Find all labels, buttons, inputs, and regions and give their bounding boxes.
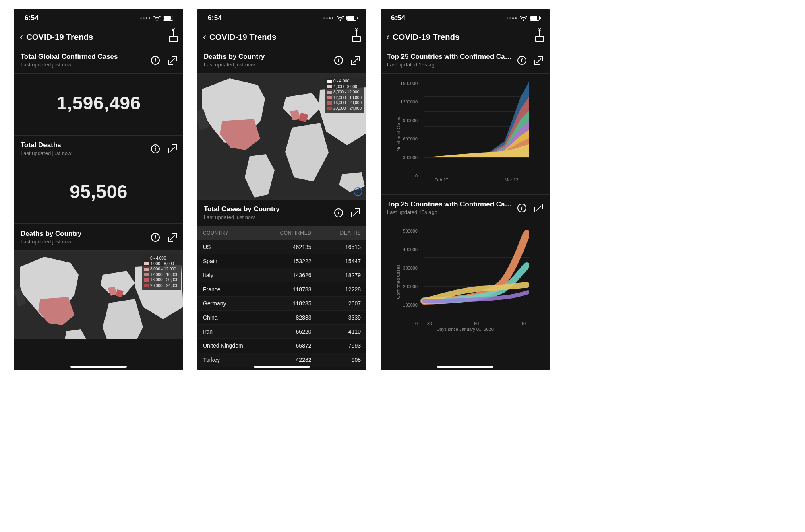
cell-confirmed: 118235	[262, 300, 312, 307]
card-title: Top 25 Countries with Confirmed Ca…	[387, 53, 513, 61]
nav-header: ‹ COVID-19 Trends	[14, 27, 183, 47]
info-icon[interactable]: i	[151, 144, 160, 153]
cell-confirmed: 42282	[262, 357, 312, 363]
cell-country: US	[203, 244, 262, 250]
axis-tick: 90	[521, 321, 526, 326]
phone-screen-3: 6:54 ‹ COVID-19 Trends Top 25 Countries …	[381, 9, 550, 370]
back-icon[interactable]: ‹	[20, 32, 23, 42]
table-row[interactable]: France 118783 12228	[197, 282, 366, 297]
expand-icon[interactable]	[168, 144, 177, 153]
axis-tick: 0	[415, 321, 418, 326]
table-row[interactable]: US 462135 16513	[197, 240, 366, 254]
expand-icon[interactable]	[351, 208, 360, 217]
metric-deaths-value: 95,506	[14, 162, 183, 224]
expand-icon[interactable]	[351, 56, 360, 65]
card-header-deaths-by-country: Deaths by Country Last updated just now …	[197, 47, 366, 74]
card-header-top25-a: Top 25 Countries with Confirmed Ca… Last…	[381, 47, 550, 74]
cell-confirmed: 462135	[262, 244, 312, 250]
card-subtitle: Last updated just now	[204, 214, 330, 220]
cell-deaths: 3339	[312, 314, 361, 321]
axis-tick: 60	[474, 321, 479, 326]
card-title: Deaths by Country	[204, 53, 330, 61]
nav-header: ‹ COVID-19 Trends	[197, 27, 366, 47]
table-row[interactable]: Spain 153222 15447	[197, 254, 366, 268]
card-title: Deaths by Country	[21, 230, 147, 238]
battery-icon	[530, 16, 541, 21]
share-button[interactable]	[169, 32, 178, 42]
axis-tick: 0	[415, 173, 418, 178]
cell-confirmed: 82883	[262, 314, 312, 321]
back-icon[interactable]: ‹	[386, 32, 389, 42]
status-time: 6:54	[208, 14, 222, 22]
table-row[interactable]: United Kingdom 65872 7993	[197, 339, 366, 353]
cell-deaths: 2607	[312, 300, 361, 307]
card-header-top25-b: Top 25 Countries with Confirmed Ca… Last…	[381, 194, 550, 221]
cellular-icon	[507, 17, 517, 19]
map-deaths-by-country[interactable]: 0 - 4,000 4,000 - 8,000 8,000 - 12,000 1…	[14, 251, 183, 339]
table-row[interactable]: China 82883 3339	[197, 311, 366, 325]
cell-deaths: 4110	[312, 328, 361, 335]
wifi-icon	[337, 16, 344, 21]
expand-icon[interactable]	[168, 233, 177, 242]
axis-tick: 1500000	[400, 81, 418, 86]
battery-icon	[346, 16, 358, 21]
cell-country: Turkey	[203, 357, 262, 363]
axis-tick: Feb 17	[435, 177, 448, 182]
phone-screen-1: 6:54 ‹ COVID-19 Trends Total Global Conf…	[14, 9, 183, 370]
card-subtitle: Last updated just now	[21, 239, 147, 245]
status-bar: 6:54	[197, 9, 366, 27]
info-icon[interactable]: i	[517, 56, 526, 65]
share-button[interactable]	[535, 32, 544, 42]
map-info-icon[interactable]: i	[354, 187, 362, 196]
axis-tick: 500000	[403, 229, 418, 233]
info-icon[interactable]: i	[334, 208, 343, 217]
card-subtitle: Last updated 15s ago	[387, 62, 513, 68]
expand-icon[interactable]	[168, 56, 177, 65]
back-icon[interactable]: ‹	[203, 32, 206, 42]
card-title: Total Global Confirmed Cases	[21, 53, 147, 61]
cell-deaths: 7993	[312, 342, 361, 349]
home-indicator[interactable]	[254, 366, 310, 368]
chart-top25-stacked[interactable]: Number of Cases 150000012000009000006000…	[381, 74, 550, 194]
info-icon[interactable]: i	[334, 56, 343, 65]
cell-country: United Kingdom	[203, 342, 262, 349]
cell-country: China	[203, 314, 262, 321]
chart-top25-lines[interactable]: Confirmed Cases 500000400000300000200000…	[381, 221, 550, 342]
info-icon[interactable]: i	[151, 233, 160, 242]
table-row[interactable]: Italy 143626 18279	[197, 268, 366, 282]
status-bar: 6:54	[381, 9, 550, 27]
cell-deaths: 15447	[312, 258, 361, 264]
phone-screen-2: 6:54 ‹ COVID-19 Trends Deaths by Country…	[197, 9, 366, 370]
axis-tick: 300000	[403, 266, 418, 270]
card-subtitle: Last updated just now	[204, 62, 330, 68]
card-header-deaths-by-country: Deaths by Country Last updated just now …	[14, 224, 183, 251]
card-header-deaths: Total Deaths Last updated just now i	[14, 135, 183, 162]
cell-deaths: 908	[312, 357, 361, 363]
home-indicator[interactable]	[437, 366, 493, 368]
expand-icon[interactable]	[534, 204, 543, 212]
share-button[interactable]	[352, 32, 361, 42]
info-icon[interactable]: i	[517, 204, 526, 212]
card-subtitle: Last updated just now	[21, 150, 147, 156]
card-title: Top 25 Countries with Confirmed Ca…	[387, 200, 513, 208]
battery-icon	[163, 16, 174, 21]
expand-icon[interactable]	[534, 56, 543, 65]
home-indicator[interactable]	[70, 366, 127, 368]
table-row[interactable]: Turkey 42282 908	[197, 353, 366, 367]
card-title: Total Cases by Country	[204, 205, 330, 213]
cell-country: Germany	[203, 300, 262, 307]
cell-country: Iran	[203, 328, 262, 335]
map-deaths-by-country[interactable]: 0 - 4,000 4,000 - 8,000 8,000 - 12,000 1…	[197, 74, 366, 199]
cell-country: France	[203, 286, 262, 293]
table-header: COUNTRY CONFIRMED DEATHS	[197, 226, 366, 240]
chart-b-xlabel: Days since January 01, 2020	[384, 327, 546, 332]
cell-confirmed: 66220	[262, 328, 312, 335]
cell-deaths: 18279	[312, 272, 361, 278]
info-icon[interactable]: i	[151, 56, 160, 65]
table-row[interactable]: Germany 118235 2607	[197, 297, 366, 311]
page-title: COVID-19 Trends	[393, 33, 459, 42]
table-row[interactable]: Iran 66220 4110	[197, 325, 366, 339]
wifi-icon	[520, 16, 527, 21]
status-bar: 6:54	[14, 9, 183, 27]
nav-header: ‹ COVID-19 Trends	[381, 27, 550, 47]
